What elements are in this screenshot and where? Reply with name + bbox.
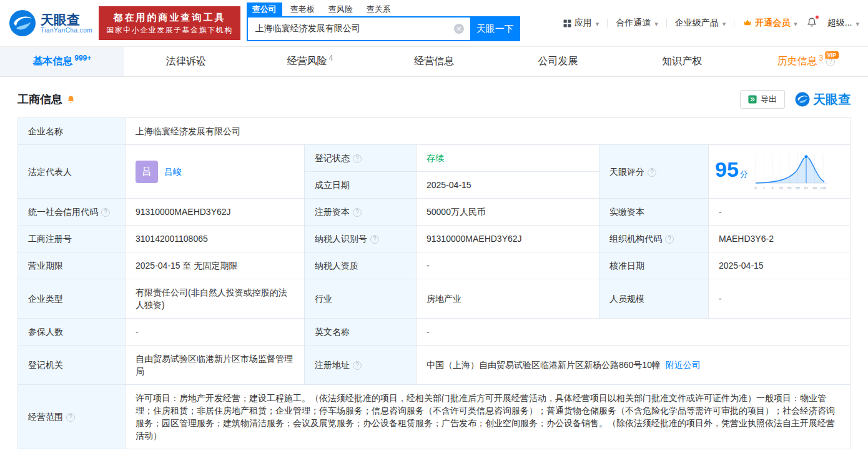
value-paid-in-capital: -	[709, 199, 851, 226]
value-business-term: 2025-04-15 至 无固定期限	[126, 252, 305, 279]
svg-text:3: 3	[771, 186, 774, 190]
tab-history-info[interactable]: 历史信息3 VIP	[744, 47, 868, 76]
value-taxpayer-qualification: -	[417, 252, 599, 279]
value-founded-date: 2025-04-15	[417, 172, 599, 199]
notification-dot	[815, 15, 819, 19]
help-icon[interactable]	[66, 413, 75, 422]
value-registration-number: 310142001108065	[126, 226, 305, 252]
nav-vip-membership[interactable]: 开通会员	[742, 17, 797, 29]
divider	[607, 19, 608, 27]
chevron-down-icon	[721, 18, 726, 28]
label-english-name: 英文名称	[305, 319, 417, 346]
legal-rep-link[interactable]: 吕峻	[164, 166, 182, 178]
value-company-name: 上海临寰经济发展有限公司	[126, 118, 851, 145]
promo-line1: 都在用的商业查询工具	[106, 11, 233, 25]
tab-intellectual-property[interactable]: 知识产权	[620, 47, 744, 76]
label-taxpayer-id: 纳税人识别号	[305, 226, 417, 252]
nav-apps[interactable]: 应用	[563, 17, 599, 29]
label-legal-representative: 法定代表人	[18, 145, 126, 199]
label-taxpayer-qualification: 纳税人资质	[305, 252, 417, 279]
nearby-companies-link[interactable]: 附近公司	[666, 360, 701, 370]
label-paid-in-capital: 实缴资本	[599, 199, 709, 226]
value-credit-code: 91310000MAEHD3Y62J	[126, 199, 305, 226]
tab-company-development[interactable]: 公司发展	[496, 47, 620, 76]
value-tianyan-score[interactable]: 95分	[709, 145, 851, 199]
label-staff-size: 人员规模	[599, 279, 709, 319]
value-company-type: 有限责任公司(非自然人投资或控股的法人独资)	[126, 279, 305, 319]
tab-badge: 999+	[74, 54, 91, 62]
value-registered-capital: 50000万人民币	[417, 199, 599, 226]
label-registration-authority: 登记机关	[18, 346, 126, 385]
tab-business-info[interactable]: 经营信息	[372, 47, 496, 76]
svg-text:99: 99	[812, 186, 817, 190]
search-tab-risk[interactable]: 查风险	[323, 2, 358, 16]
vip-tag: VIP	[825, 51, 839, 59]
svg-text:50: 50	[787, 186, 791, 190]
tab-legal-proceedings[interactable]: 法律诉讼	[124, 47, 249, 76]
logo-domain: TianYanCha.com	[41, 27, 92, 34]
subscribe-bell-icon[interactable]	[66, 95, 76, 104]
svg-text:0: 0	[754, 186, 757, 190]
promo-line2: 国家中小企业发展子基金旗下机构	[106, 24, 233, 36]
notifications-bell[interactable]	[806, 17, 817, 30]
value-legal-representative: 吕 吕峻	[126, 145, 305, 199]
help-icon[interactable]	[101, 208, 110, 217]
score-axis-labels: 0 1 3 15 50 85 97 99 100	[754, 186, 826, 190]
chevron-down-icon	[792, 18, 797, 28]
label-organization-code: 组织机构代码	[599, 226, 709, 252]
crown-icon	[742, 18, 752, 28]
value-registration-status: 存续	[417, 145, 599, 172]
help-icon[interactable]	[353, 361, 362, 370]
label-business-term: 营业期限	[18, 252, 126, 279]
clear-search-icon[interactable]	[454, 24, 464, 34]
chevron-down-icon	[854, 18, 859, 28]
tab-basic-info[interactable]: 基本信息999+	[0, 47, 124, 76]
company-tabbar: 基本信息999+ 法律诉讼 经营风险4 经营信息 公司发展 知识产权 历史信息3…	[0, 47, 868, 77]
excel-export-icon	[748, 95, 757, 104]
export-button[interactable]: 导出	[740, 90, 785, 109]
nav-enterprise-products[interactable]: 企业级产品	[675, 17, 726, 29]
search-input[interactable]	[247, 16, 470, 41]
search-tab-relation[interactable]: 查关系	[361, 2, 397, 16]
label-company-name: 企业名称	[18, 118, 126, 145]
divider	[666, 19, 667, 27]
label-insured-count: 参保人数	[18, 319, 126, 346]
help-icon[interactable]	[665, 235, 674, 244]
help-icon[interactable]	[370, 235, 379, 244]
promo-banner: 都在用的商业查询工具 国家中小企业发展子基金旗下机构	[99, 6, 240, 41]
section-header: 工商信息 导出 天眼查	[17, 90, 851, 109]
score-number: 95分	[715, 163, 748, 181]
score-distribution-chart: 0 1 3 15 50 85 97 99 100	[753, 151, 831, 193]
tab-operational-risk[interactable]: 经营风险4	[248, 47, 372, 76]
svg-text:15: 15	[779, 186, 783, 190]
value-organization-code: MAEHD3Y6-2	[709, 226, 851, 252]
help-icon[interactable]	[353, 208, 362, 217]
tianyancha-watermark: 天眼查	[795, 91, 851, 108]
help-icon[interactable]	[353, 154, 362, 163]
nav-user-account[interactable]: 超级...	[827, 17, 859, 29]
value-industry: 房地产业	[417, 279, 599, 319]
label-credit-code: 统一社会信用代码	[18, 199, 126, 226]
svg-text:1: 1	[763, 186, 766, 190]
value-business-scope: 许可项目：房地产开发经营；建设工程施工。（依法须经批准的项目，经相关部门批准后方…	[126, 385, 851, 449]
value-staff-size: -	[709, 279, 851, 319]
search-tab-company[interactable]: 查公司	[247, 2, 282, 16]
tianyancha-logo-icon	[9, 9, 36, 37]
tab-badge: 3	[819, 54, 823, 62]
tianyancha-logo[interactable]: 天眼查 TianYanCha.com	[9, 9, 92, 37]
top-header: 天眼查 TianYanCha.com 都在用的商业查询工具 国家中小企业发展子基…	[0, 0, 868, 47]
search-button[interactable]: 天眼一下	[470, 16, 520, 41]
value-insured-count: -	[126, 319, 305, 346]
help-icon[interactable]	[648, 168, 656, 177]
main-content: 工商信息 导出 天眼查	[0, 90, 868, 449]
svg-text:85: 85	[796, 186, 800, 190]
label-registered-address: 注册地址	[305, 346, 417, 385]
legal-rep-avatar[interactable]: 吕	[136, 161, 158, 183]
search-tab-boss[interactable]: 查老板	[285, 2, 320, 16]
business-info-table: 企业名称 上海临寰经济发展有限公司 法定代表人 吕 吕峻 登记状态 存续	[17, 117, 851, 449]
chevron-down-icon	[594, 18, 599, 28]
label-registration-status: 登记状态	[305, 145, 417, 172]
label-registered-capital: 注册资本	[305, 199, 417, 226]
nav-partner-channel[interactable]: 合作通道	[616, 17, 658, 29]
apps-grid-icon	[563, 19, 572, 28]
